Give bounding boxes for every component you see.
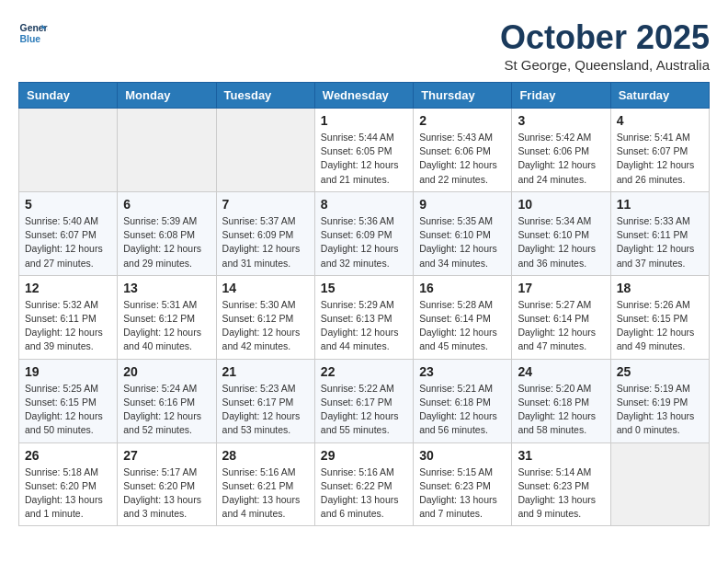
calendar-cell: 7Sunrise: 5:37 AM Sunset: 6:09 PM Daylig… (216, 191, 314, 275)
calendar-cell: 10Sunrise: 5:34 AM Sunset: 6:10 PM Dayli… (512, 191, 610, 275)
day-number: 24 (518, 364, 604, 379)
day-number: 26 (25, 448, 111, 463)
day-number: 14 (222, 281, 309, 295)
day-info: Sunrise: 5:42 AM Sunset: 6:06 PM Dayligh… (518, 131, 604, 187)
day-number: 8 (321, 197, 407, 212)
day-number: 9 (419, 197, 506, 212)
day-info: Sunrise: 5:34 AM Sunset: 6:10 PM Dayligh… (518, 214, 604, 270)
day-info: Sunrise: 5:18 AM Sunset: 6:20 PM Dayligh… (25, 465, 111, 522)
calendar-cell: 3Sunrise: 5:42 AM Sunset: 6:06 PM Daylig… (512, 109, 610, 192)
calendar-cell: 20Sunrise: 5:24 AM Sunset: 6:16 PM Dayli… (118, 359, 216, 442)
day-number: 30 (419, 448, 506, 463)
title-block: October 2025 St George, Queensland, Aust… (500, 18, 710, 73)
calendar-cell: 31Sunrise: 5:14 AM Sunset: 6:23 PM Dayli… (512, 442, 610, 526)
day-info: Sunrise: 5:31 AM Sunset: 6:12 PM Dayligh… (123, 298, 210, 354)
day-number: 2 (419, 113, 506, 128)
calendar-cell: 22Sunrise: 5:22 AM Sunset: 6:17 PM Dayli… (314, 359, 413, 442)
day-info: Sunrise: 5:15 AM Sunset: 6:23 PM Dayligh… (419, 465, 506, 522)
day-number: 7 (222, 197, 309, 212)
day-info: Sunrise: 5:16 AM Sunset: 6:22 PM Dayligh… (321, 465, 407, 522)
day-number: 22 (321, 364, 407, 379)
calendar-cell: 30Sunrise: 5:15 AM Sunset: 6:23 PM Dayli… (414, 442, 512, 526)
day-number: 27 (123, 448, 210, 463)
calendar-cell: 28Sunrise: 5:16 AM Sunset: 6:21 PM Dayli… (216, 442, 314, 526)
day-number: 21 (222, 364, 309, 379)
day-info: Sunrise: 5:32 AM Sunset: 6:11 PM Dayligh… (25, 298, 111, 354)
calendar-cell: 15Sunrise: 5:29 AM Sunset: 6:13 PM Dayli… (314, 275, 413, 359)
calendar-cell: 6Sunrise: 5:39 AM Sunset: 6:08 PM Daylig… (118, 191, 216, 275)
day-info: Sunrise: 5:14 AM Sunset: 6:23 PM Dayligh… (518, 465, 604, 522)
svg-text:Blue: Blue (20, 34, 41, 44)
day-info: Sunrise: 5:20 AM Sunset: 6:18 PM Dayligh… (518, 382, 604, 438)
day-number: 18 (617, 281, 703, 295)
day-info: Sunrise: 5:37 AM Sunset: 6:09 PM Dayligh… (222, 214, 309, 270)
calendar-cell: 13Sunrise: 5:31 AM Sunset: 6:12 PM Dayli… (118, 275, 216, 359)
calendar-cell: 11Sunrise: 5:33 AM Sunset: 6:11 PM Dayli… (610, 191, 709, 275)
calendar-cell: 18Sunrise: 5:26 AM Sunset: 6:15 PM Dayli… (610, 275, 709, 359)
weekday-header-wednesday: Wednesday (314, 83, 413, 109)
day-info: Sunrise: 5:24 AM Sunset: 6:16 PM Dayligh… (123, 382, 210, 438)
calendar-cell: 14Sunrise: 5:30 AM Sunset: 6:12 PM Dayli… (216, 275, 314, 359)
weekday-header-sunday: Sunday (19, 83, 118, 109)
day-info: Sunrise: 5:30 AM Sunset: 6:12 PM Dayligh… (222, 298, 309, 354)
day-number: 11 (617, 197, 703, 212)
day-number: 20 (123, 364, 210, 379)
calendar-cell: 23Sunrise: 5:21 AM Sunset: 6:18 PM Dayli… (414, 359, 512, 442)
calendar-cell: 12Sunrise: 5:32 AM Sunset: 6:11 PM Dayli… (19, 275, 118, 359)
weekday-header-row: SundayMondayTuesdayWednesdayThursdayFrid… (19, 83, 710, 109)
day-info: Sunrise: 5:22 AM Sunset: 6:17 PM Dayligh… (321, 382, 407, 438)
day-number: 16 (419, 281, 506, 295)
day-number: 25 (617, 364, 703, 379)
logo: General Blue (18, 18, 48, 48)
calendar-week-row: 12Sunrise: 5:32 AM Sunset: 6:11 PM Dayli… (19, 275, 710, 359)
calendar-cell: 19Sunrise: 5:25 AM Sunset: 6:15 PM Dayli… (19, 359, 118, 442)
day-number: 17 (518, 281, 604, 295)
calendar-cell: 2Sunrise: 5:43 AM Sunset: 6:06 PM Daylig… (414, 109, 512, 192)
day-info: Sunrise: 5:35 AM Sunset: 6:10 PM Dayligh… (419, 214, 506, 270)
location-subtitle: St George, Queensland, Australia (500, 57, 710, 73)
day-info: Sunrise: 5:26 AM Sunset: 6:15 PM Dayligh… (617, 298, 703, 354)
day-number: 13 (123, 281, 210, 295)
weekday-header-thursday: Thursday (414, 83, 512, 109)
calendar-cell: 26Sunrise: 5:18 AM Sunset: 6:20 PM Dayli… (19, 442, 118, 526)
day-info: Sunrise: 5:41 AM Sunset: 6:07 PM Dayligh… (617, 131, 703, 187)
day-info: Sunrise: 5:33 AM Sunset: 6:11 PM Dayligh… (617, 214, 703, 270)
day-number: 6 (123, 197, 210, 212)
day-number: 10 (518, 197, 604, 212)
day-number: 12 (25, 281, 111, 295)
calendar-week-row: 26Sunrise: 5:18 AM Sunset: 6:20 PM Dayli… (19, 442, 710, 526)
day-info: Sunrise: 5:21 AM Sunset: 6:18 PM Dayligh… (419, 382, 506, 438)
calendar-cell: 9Sunrise: 5:35 AM Sunset: 6:10 PM Daylig… (414, 191, 512, 275)
calendar-cell: 27Sunrise: 5:17 AM Sunset: 6:20 PM Dayli… (118, 442, 216, 526)
calendar-cell: 17Sunrise: 5:27 AM Sunset: 6:14 PM Dayli… (512, 275, 610, 359)
day-info: Sunrise: 5:44 AM Sunset: 6:05 PM Dayligh… (321, 131, 407, 187)
weekday-header-tuesday: Tuesday (216, 83, 314, 109)
calendar-week-row: 5Sunrise: 5:40 AM Sunset: 6:07 PM Daylig… (19, 191, 710, 275)
day-info: Sunrise: 5:16 AM Sunset: 6:21 PM Dayligh… (222, 465, 309, 522)
day-info: Sunrise: 5:27 AM Sunset: 6:14 PM Dayligh… (518, 298, 604, 354)
day-info: Sunrise: 5:39 AM Sunset: 6:08 PM Dayligh… (123, 214, 210, 270)
weekday-header-saturday: Saturday (610, 83, 709, 109)
calendar-week-row: 19Sunrise: 5:25 AM Sunset: 6:15 PM Dayli… (19, 359, 710, 442)
day-number: 29 (321, 448, 407, 463)
day-number: 15 (321, 281, 407, 295)
calendar-cell: 16Sunrise: 5:28 AM Sunset: 6:14 PM Dayli… (414, 275, 512, 359)
calendar-cell (19, 109, 118, 192)
day-number: 5 (25, 197, 111, 212)
day-number: 1 (321, 113, 407, 128)
day-info: Sunrise: 5:36 AM Sunset: 6:09 PM Dayligh… (321, 214, 407, 270)
logo-icon: General Blue (18, 18, 48, 48)
calendar-week-row: 1Sunrise: 5:44 AM Sunset: 6:05 PM Daylig… (19, 109, 710, 192)
calendar-cell (610, 442, 709, 526)
calendar-cell: 24Sunrise: 5:20 AM Sunset: 6:18 PM Dayli… (512, 359, 610, 442)
calendar-cell: 5Sunrise: 5:40 AM Sunset: 6:07 PM Daylig… (19, 191, 118, 275)
page-header: General Blue October 2025 St George, Que… (18, 18, 710, 73)
day-number: 31 (518, 448, 604, 463)
day-info: Sunrise: 5:40 AM Sunset: 6:07 PM Dayligh… (25, 214, 111, 270)
month-title: October 2025 (500, 18, 710, 57)
weekday-header-friday: Friday (512, 83, 610, 109)
calendar-table: SundayMondayTuesdayWednesdayThursdayFrid… (18, 82, 710, 526)
day-info: Sunrise: 5:25 AM Sunset: 6:15 PM Dayligh… (25, 382, 111, 438)
calendar-cell (118, 109, 216, 192)
day-number: 3 (518, 113, 604, 128)
